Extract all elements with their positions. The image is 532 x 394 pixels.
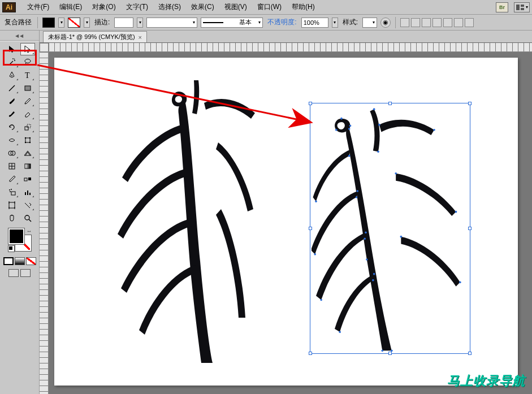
align-right-icon[interactable] xyxy=(422,18,431,27)
selection-tool[interactable] xyxy=(5,43,19,55)
recolor-artwork-icon[interactable]: ◉ xyxy=(380,18,391,28)
options-bar: 复合路径 ▾ ▾ 描边: ▾ ▾ 基本 ▾ 不透明度: 100% ▾ 样式: ▾… xyxy=(0,15,532,31)
color-mode-icon[interactable] xyxy=(3,257,14,265)
svg-rect-1 xyxy=(521,5,524,7)
swap-fill-stroke-icon[interactable]: ↔ xyxy=(27,228,32,234)
close-icon[interactable]: × xyxy=(139,34,142,41)
menu-help[interactable]: 帮助(H) xyxy=(287,1,319,14)
normal-screen-icon[interactable] xyxy=(8,269,19,277)
stroke-dropdown[interactable]: ▾ xyxy=(84,18,90,28)
align-left-icon[interactable] xyxy=(400,18,409,27)
transform-icon[interactable] xyxy=(465,18,474,27)
rotate-tool[interactable] xyxy=(5,121,19,133)
hand-tool[interactable] xyxy=(5,212,19,224)
svg-point-26 xyxy=(10,191,11,192)
svg-rect-7 xyxy=(25,86,31,90)
stroke-weight-dd[interactable]: ▾ xyxy=(137,18,143,28)
ruler-vertical[interactable] xyxy=(40,52,49,394)
selection-handle-s[interactable] xyxy=(388,352,392,355)
svg-point-35 xyxy=(25,215,29,220)
none-mode-icon[interactable] xyxy=(26,257,36,265)
align-vcenter-icon[interactable] xyxy=(443,18,452,27)
svg-rect-9 xyxy=(27,124,31,128)
ruler-horizontal[interactable] xyxy=(49,43,532,52)
selection-handle-se[interactable] xyxy=(468,352,472,355)
menu-file[interactable]: 文件(F) xyxy=(23,1,54,14)
scale-tool[interactable] xyxy=(20,121,35,133)
bridge-button[interactable]: Br xyxy=(496,2,508,12)
stroke-swatch[interactable] xyxy=(68,18,80,28)
artboard-tool[interactable] xyxy=(5,199,19,211)
menu-effect[interactable]: 效果(C) xyxy=(187,1,219,14)
mesh-tool[interactable] xyxy=(5,160,19,172)
selection-handle-w[interactable] xyxy=(309,227,312,230)
menu-window[interactable]: 窗口(W) xyxy=(253,1,286,14)
default-fill-stroke-icon[interactable] xyxy=(8,245,15,252)
blend-tool[interactable] xyxy=(20,173,35,185)
artwork-left[interactable] xyxy=(88,69,258,363)
align-top-icon[interactable] xyxy=(432,18,442,27)
menubar: Ai 文件(F) 编辑(E) 对象(O) 文字(T) 选择(S) 效果(C) 视… xyxy=(0,0,532,15)
document-tabbar: 未标题-1* @ 99% (CMYK/预览) × xyxy=(40,31,532,43)
selection-handle-nw[interactable] xyxy=(309,102,312,105)
gradient-tool[interactable] xyxy=(20,160,35,172)
direct-selection-tool[interactable] xyxy=(20,43,35,55)
type-tool[interactable]: T xyxy=(20,69,35,81)
line-tool[interactable] xyxy=(5,82,19,94)
menu-view[interactable]: 视图(V) xyxy=(220,1,252,14)
eyedropper-tool[interactable] xyxy=(5,173,19,185)
var-width-profile[interactable]: ▾ xyxy=(146,18,197,28)
svg-point-11 xyxy=(24,137,25,138)
lasso-tool[interactable] xyxy=(20,56,35,68)
align-bottom-icon[interactable] xyxy=(454,18,463,27)
svg-point-4 xyxy=(11,75,12,76)
menu-edit[interactable]: 编辑(E) xyxy=(55,1,86,14)
zoom-tool[interactable] xyxy=(20,212,35,224)
panel-collapse-handle[interactable]: ◀◀ xyxy=(0,33,39,38)
pencil-tool[interactable] xyxy=(20,95,35,107)
brush-preset[interactable]: 基本 ▾ xyxy=(201,18,263,28)
paintbrush-tool[interactable] xyxy=(5,95,19,107)
opacity-dd[interactable]: ▾ xyxy=(332,18,338,28)
eraser-tool[interactable] xyxy=(20,108,35,120)
symbol-sprayer-tool[interactable] xyxy=(5,186,19,198)
rectangle-tool[interactable] xyxy=(20,82,35,94)
fill-stroke-indicator[interactable]: ↔ xyxy=(8,228,31,251)
column-graph-tool[interactable] xyxy=(20,186,35,198)
magic-wand-tool[interactable] xyxy=(5,56,19,68)
full-screen-icon[interactable] xyxy=(20,269,31,277)
svg-point-3 xyxy=(25,59,31,63)
selection-handle-n[interactable] xyxy=(388,102,392,105)
arrange-documents-button[interactable]: ▾ xyxy=(514,2,530,12)
svg-rect-0 xyxy=(516,5,520,10)
canvas[interactable] xyxy=(49,52,532,394)
selection-bounds[interactable] xyxy=(310,103,470,354)
align-hcenter-icon[interactable] xyxy=(411,18,420,27)
selection-handle-sw[interactable] xyxy=(309,352,312,355)
shape-builder-tool[interactable] xyxy=(5,147,19,159)
pen-tool[interactable] xyxy=(5,69,19,81)
width-tool[interactable] xyxy=(5,134,19,146)
style-swatch[interactable]: ▾ xyxy=(362,18,377,28)
selection-handle-ne[interactable] xyxy=(468,102,472,105)
stroke-label: 描边: xyxy=(93,18,111,27)
gradient-mode-icon[interactable] xyxy=(15,257,25,265)
perspective-grid-tool[interactable] xyxy=(20,147,35,159)
slice-tool[interactable] xyxy=(20,199,35,211)
document-tab[interactable]: 未标题-1* @ 99% (CMYK/预览) × xyxy=(43,31,147,42)
opacity-label[interactable]: 不透明度: xyxy=(266,18,297,27)
menu-object[interactable]: 对象(O) xyxy=(88,1,120,14)
stroke-weight-input[interactable] xyxy=(114,18,133,28)
menu-select[interactable]: 选择(S) xyxy=(154,1,185,14)
svg-rect-2 xyxy=(521,8,524,10)
opacity-input[interactable]: 100% xyxy=(301,18,328,28)
fill-swatch[interactable] xyxy=(42,18,55,28)
menu-type[interactable]: 文字(T) xyxy=(122,1,153,14)
ruler-origin[interactable] xyxy=(40,43,49,52)
free-transform-tool[interactable] xyxy=(20,134,35,146)
artboard[interactable] xyxy=(54,58,518,386)
selection-handle-e[interactable] xyxy=(468,227,472,230)
fill-indicator[interactable] xyxy=(8,228,24,244)
blob-brush-tool[interactable] xyxy=(5,108,19,120)
fill-dropdown[interactable]: ▾ xyxy=(58,18,64,28)
